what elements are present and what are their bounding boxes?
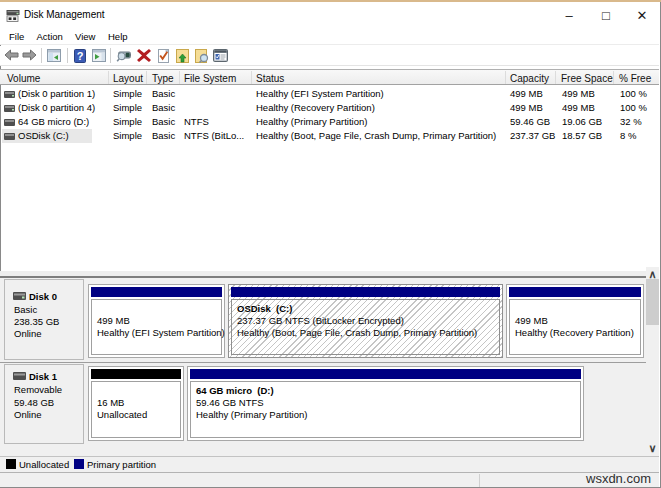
svg-text:?: ? bbox=[77, 50, 84, 62]
